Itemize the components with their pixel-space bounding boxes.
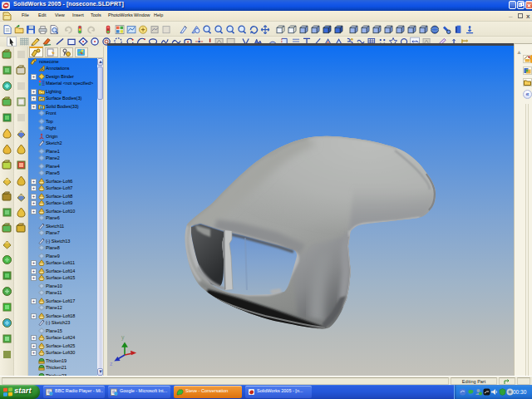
svg-text:A: A bbox=[41, 66, 44, 71]
svg-text:z: z bbox=[110, 361, 113, 367]
svg-text:y: y bbox=[121, 334, 125, 341]
